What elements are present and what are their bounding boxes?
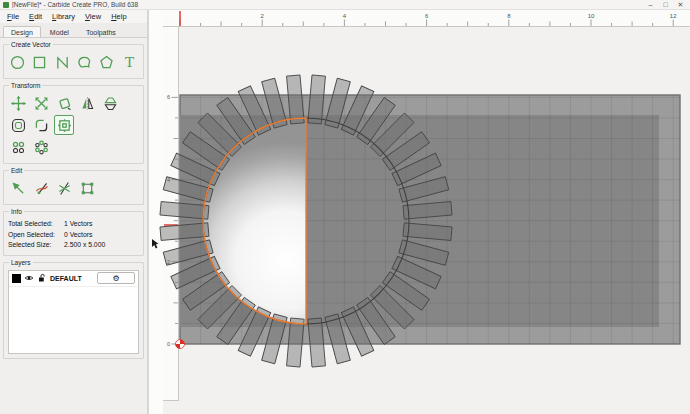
window-controls: – □ ✕ xyxy=(643,0,688,9)
info-title: Info xyxy=(9,208,24,215)
menu-help[interactable]: Help xyxy=(106,12,131,21)
app-window: { "window": { "title": "[NewFile]* - Car… xyxy=(0,0,690,414)
layer-color-swatch[interactable] xyxy=(12,274,21,283)
info-open-selected: Open Selected: 0 Vectors xyxy=(8,230,139,241)
node-edit-tool[interactable] xyxy=(31,178,51,198)
create-vector-group: Create Vector T xyxy=(3,44,144,79)
layer-row-default[interactable]: DEFAULT ⚙ xyxy=(9,271,138,287)
move-tool[interactable] xyxy=(8,93,28,113)
rotate-tool[interactable] xyxy=(54,93,74,113)
edit-title: Edit xyxy=(9,167,24,174)
edit-group: Edit xyxy=(3,170,144,205)
menu-file[interactable]: File xyxy=(2,12,24,21)
window-title: [NewFile]* - Carbide Create PRO, Build 6… xyxy=(12,1,643,8)
mirror-tool[interactable] xyxy=(77,93,97,113)
text-tool[interactable]: T xyxy=(120,52,139,72)
tab-model[interactable]: Model xyxy=(42,26,77,37)
curve-tool[interactable] xyxy=(75,52,94,72)
polyline-tool[interactable] xyxy=(53,52,72,72)
origin-marker[interactable] xyxy=(176,340,185,349)
close-button[interactable]: ✕ xyxy=(673,0,688,9)
info-group: Info Total Selected: 1 Vectors Open Sele… xyxy=(3,211,144,256)
fillet-tool[interactable] xyxy=(31,115,51,135)
join-vectors-tool[interactable] xyxy=(77,178,97,198)
layer-name: DEFAULT xyxy=(50,275,94,282)
circle-tool[interactable] xyxy=(8,52,27,72)
rectangle-tool[interactable] xyxy=(30,52,49,72)
workspace: 246810120246 xyxy=(148,10,690,414)
svg-text:12: 12 xyxy=(670,13,677,19)
scale-tool[interactable] xyxy=(31,93,51,113)
svg-text:10: 10 xyxy=(588,13,595,19)
left-panel: File Edit Library View Help Design Model… xyxy=(0,10,148,414)
svg-text:0: 0 xyxy=(167,341,170,347)
circular-array-tool[interactable] xyxy=(31,137,51,157)
offset-tool[interactable] xyxy=(8,115,28,135)
transform-title: Transform xyxy=(9,82,42,89)
design-canvas[interactable]: 246810120246 xyxy=(148,10,690,414)
menu-library[interactable]: Library xyxy=(47,12,80,21)
minimize-button[interactable]: – xyxy=(643,0,658,9)
info-selected-size: Selected Size: 2.500 x 5.000 xyxy=(8,240,139,251)
polygon-tool[interactable] xyxy=(97,52,116,72)
menu-view[interactable]: View xyxy=(80,12,106,21)
tab-toolpaths[interactable]: Toolpaths xyxy=(78,26,124,37)
menu-edit[interactable]: Edit xyxy=(24,12,47,21)
layer-visibility-eye-icon[interactable] xyxy=(24,269,34,287)
app-icon xyxy=(3,2,9,8)
create-vector-title: Create Vector xyxy=(9,41,53,48)
flip-tool[interactable] xyxy=(100,93,120,113)
transform-group: Transform xyxy=(3,85,144,164)
gear-icon: ⚙ xyxy=(112,274,119,283)
menu-bar: File Edit Library View Help xyxy=(0,10,147,23)
trim-tool[interactable] xyxy=(54,178,74,198)
layer-list: DEFAULT ⚙ xyxy=(8,270,139,354)
maximize-button[interactable]: □ xyxy=(658,0,673,9)
info-total-selected: Total Selected: 1 Vectors xyxy=(8,219,139,230)
pattern-tool[interactable] xyxy=(54,115,74,135)
linear-array-tool[interactable] xyxy=(8,137,28,157)
tab-bar: Design Model Toolpaths xyxy=(0,23,147,38)
svg-text:6: 6 xyxy=(167,94,170,100)
title-bar: [NewFile]* - Carbide Create PRO, Build 6… xyxy=(0,0,690,10)
layer-settings-button[interactable]: ⚙ xyxy=(97,272,135,284)
layer-unlock-icon[interactable] xyxy=(37,269,47,287)
select-tool[interactable] xyxy=(8,178,28,198)
layers-title: Layers xyxy=(9,259,33,266)
tab-design[interactable]: Design xyxy=(3,26,41,37)
layers-group: Layers xyxy=(3,262,144,359)
svg-text:T: T xyxy=(125,54,134,70)
